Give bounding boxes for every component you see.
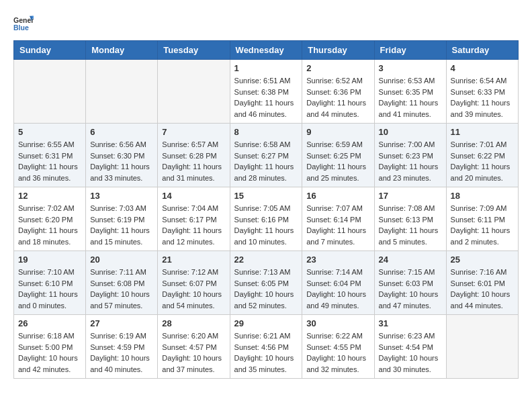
day-number: 18: [451, 191, 514, 201]
day-info: Sunrise: 7:05 AMSunset: 6:16 PMDaylight:…: [234, 203, 298, 247]
calendar-week-row: 12Sunrise: 7:02 AMSunset: 6:20 PMDayligh…: [14, 187, 519, 251]
logo-icon: General Blue: [13, 13, 34, 34]
day-info: Sunrise: 7:12 AMSunset: 6:07 PMDaylight:…: [162, 267, 225, 311]
day-number: 14: [162, 191, 225, 201]
calendar-cell: 23Sunrise: 7:14 AMSunset: 6:04 PMDayligh…: [302, 251, 374, 315]
calendar-week-row: 5Sunrise: 6:55 AMSunset: 6:31 PMDaylight…: [14, 124, 519, 187]
calendar-table: SundayMondayTuesdayWednesdayThursdayFrid…: [13, 40, 519, 379]
calendar-cell: 26Sunrise: 6:18 AMSunset: 5:00 PMDayligh…: [14, 315, 86, 379]
day-info: Sunrise: 6:54 AMSunset: 6:33 PMDaylight:…: [451, 75, 514, 120]
day-number: 4: [451, 63, 514, 73]
day-info: Sunrise: 7:15 AMSunset: 6:03 PMDaylight:…: [379, 267, 442, 311]
day-number: 1: [234, 63, 298, 73]
calendar-cell: 3Sunrise: 6:53 AMSunset: 6:35 PMDaylight…: [374, 60, 446, 124]
day-info: Sunrise: 6:20 AMSunset: 4:57 PMDaylight:…: [162, 330, 225, 375]
day-info: Sunrise: 6:18 AMSunset: 5:00 PMDaylight:…: [18, 330, 81, 375]
calendar-cell: 1Sunrise: 6:51 AMSunset: 6:38 PMDaylight…: [230, 60, 302, 124]
calendar-cell: 24Sunrise: 7:15 AMSunset: 6:03 PMDayligh…: [374, 251, 446, 315]
calendar-cell: 6Sunrise: 6:56 AMSunset: 6:30 PMDaylight…: [86, 124, 158, 187]
calendar-cell: 28Sunrise: 6:20 AMSunset: 4:57 PMDayligh…: [158, 315, 230, 379]
day-info: Sunrise: 7:04 AMSunset: 6:17 PMDaylight:…: [162, 203, 225, 247]
day-number: 20: [90, 255, 153, 265]
day-info: Sunrise: 6:19 AMSunset: 4:59 PMDaylight:…: [90, 330, 153, 375]
calendar-cell: 31Sunrise: 6:23 AMSunset: 4:54 PMDayligh…: [374, 315, 446, 379]
day-info: Sunrise: 6:51 AMSunset: 6:38 PMDaylight:…: [234, 75, 298, 120]
day-info: Sunrise: 7:11 AMSunset: 6:08 PMDaylight:…: [90, 267, 153, 311]
day-info: Sunrise: 7:01 AMSunset: 6:22 PMDaylight:…: [451, 139, 514, 183]
calendar-cell: 8Sunrise: 6:58 AMSunset: 6:27 PMDaylight…: [230, 124, 302, 187]
day-info: Sunrise: 6:56 AMSunset: 6:30 PMDaylight:…: [90, 139, 153, 183]
weekday-header-saturday: Saturday: [446, 41, 518, 60]
day-number: 29: [234, 318, 298, 328]
day-info: Sunrise: 6:58 AMSunset: 6:27 PMDaylight:…: [234, 139, 298, 183]
calendar-cell: 20Sunrise: 7:11 AMSunset: 6:08 PMDayligh…: [86, 251, 158, 315]
day-number: 15: [234, 191, 298, 201]
day-number: 22: [234, 255, 298, 265]
day-info: Sunrise: 6:23 AMSunset: 4:54 PMDaylight:…: [379, 330, 442, 375]
day-number: 27: [90, 318, 153, 328]
day-info: Sunrise: 6:55 AMSunset: 6:31 PMDaylight:…: [18, 139, 81, 183]
day-number: 7: [162, 127, 225, 137]
calendar-cell: 16Sunrise: 7:07 AMSunset: 6:14 PMDayligh…: [302, 187, 374, 251]
day-number: 26: [18, 318, 81, 328]
weekday-header-tuesday: Tuesday: [158, 41, 230, 60]
calendar-cell: 25Sunrise: 7:16 AMSunset: 6:01 PMDayligh…: [446, 251, 518, 315]
day-number: 28: [162, 318, 225, 328]
calendar-cell: 9Sunrise: 6:59 AMSunset: 6:25 PMDaylight…: [302, 124, 374, 187]
calendar-cell: 2Sunrise: 6:52 AMSunset: 6:36 PMDaylight…: [302, 60, 374, 124]
day-info: Sunrise: 6:59 AMSunset: 6:25 PMDaylight:…: [306, 139, 369, 183]
day-info: Sunrise: 7:03 AMSunset: 6:19 PMDaylight:…: [90, 203, 153, 247]
svg-text:Blue: Blue: [13, 24, 29, 32]
calendar-cell: 17Sunrise: 7:08 AMSunset: 6:13 PMDayligh…: [374, 187, 446, 251]
calendar-cell: 4Sunrise: 6:54 AMSunset: 6:33 PMDaylight…: [446, 60, 518, 124]
day-info: Sunrise: 7:09 AMSunset: 6:11 PMDaylight:…: [451, 203, 514, 247]
calendar-cell: [446, 315, 518, 379]
calendar-cell: [14, 60, 86, 124]
calendar-cell: 30Sunrise: 6:22 AMSunset: 4:55 PMDayligh…: [302, 315, 374, 379]
calendar-cell: 21Sunrise: 7:12 AMSunset: 6:07 PMDayligh…: [158, 251, 230, 315]
day-number: 16: [306, 191, 369, 201]
day-number: 3: [379, 63, 442, 73]
day-number: 13: [90, 191, 153, 201]
weekday-header-sunday: Sunday: [14, 41, 86, 60]
day-info: Sunrise: 7:14 AMSunset: 6:04 PMDaylight:…: [306, 267, 369, 311]
calendar-cell: 11Sunrise: 7:01 AMSunset: 6:22 PMDayligh…: [446, 124, 518, 187]
calendar-cell: 12Sunrise: 7:02 AMSunset: 6:20 PMDayligh…: [14, 187, 86, 251]
logo: General Blue: [13, 13, 34, 34]
weekday-header-thursday: Thursday: [302, 41, 374, 60]
day-number: 30: [306, 318, 369, 328]
calendar-week-row: 1Sunrise: 6:51 AMSunset: 6:38 PMDaylight…: [14, 60, 519, 124]
calendar-cell: 5Sunrise: 6:55 AMSunset: 6:31 PMDaylight…: [14, 124, 86, 187]
day-number: 25: [451, 255, 514, 265]
calendar-cell: 18Sunrise: 7:09 AMSunset: 6:11 PMDayligh…: [446, 187, 518, 251]
weekday-header-wednesday: Wednesday: [230, 41, 302, 60]
calendar-cell: 10Sunrise: 7:00 AMSunset: 6:23 PMDayligh…: [374, 124, 446, 187]
day-number: 19: [18, 255, 81, 265]
day-info: Sunrise: 6:21 AMSunset: 4:56 PMDaylight:…: [234, 330, 298, 375]
day-number: 17: [379, 191, 442, 201]
day-number: 8: [234, 127, 298, 137]
day-info: Sunrise: 7:16 AMSunset: 6:01 PMDaylight:…: [451, 267, 514, 311]
calendar-cell: 13Sunrise: 7:03 AMSunset: 6:19 PMDayligh…: [86, 187, 158, 251]
day-number: 23: [306, 255, 369, 265]
day-number: 31: [379, 318, 442, 328]
day-info: Sunrise: 6:57 AMSunset: 6:28 PMDaylight:…: [162, 139, 225, 183]
page-header: General Blue: [13, 13, 519, 34]
day-info: Sunrise: 7:10 AMSunset: 6:10 PMDaylight:…: [18, 267, 81, 311]
calendar-cell: [158, 60, 230, 124]
calendar-cell: 22Sunrise: 7:13 AMSunset: 6:05 PMDayligh…: [230, 251, 302, 315]
calendar-cell: 15Sunrise: 7:05 AMSunset: 6:16 PMDayligh…: [230, 187, 302, 251]
day-number: 9: [306, 127, 369, 137]
calendar-cell: [86, 60, 158, 124]
day-number: 6: [90, 127, 153, 137]
calendar-cell: 29Sunrise: 6:21 AMSunset: 4:56 PMDayligh…: [230, 315, 302, 379]
day-info: Sunrise: 6:22 AMSunset: 4:55 PMDaylight:…: [306, 330, 369, 375]
calendar-cell: 14Sunrise: 7:04 AMSunset: 6:17 PMDayligh…: [158, 187, 230, 251]
day-number: 12: [18, 191, 81, 201]
day-number: 11: [451, 127, 514, 137]
day-info: Sunrise: 6:52 AMSunset: 6:36 PMDaylight:…: [306, 75, 369, 120]
calendar-cell: 19Sunrise: 7:10 AMSunset: 6:10 PMDayligh…: [14, 251, 86, 315]
day-number: 24: [379, 255, 442, 265]
day-info: Sunrise: 7:13 AMSunset: 6:05 PMDaylight:…: [234, 267, 298, 311]
day-number: 5: [18, 127, 81, 137]
